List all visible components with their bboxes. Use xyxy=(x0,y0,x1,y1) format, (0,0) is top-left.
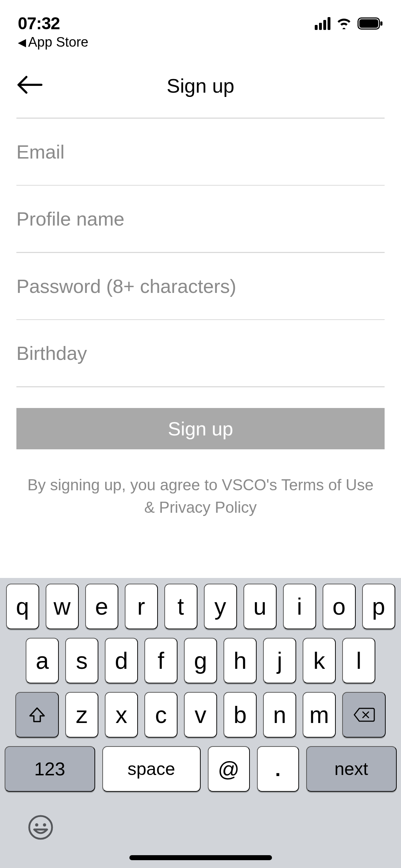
svg-point-4 xyxy=(35,823,38,827)
breadcrumb-caret-icon: ◀ xyxy=(18,37,26,48)
svg-rect-1 xyxy=(359,19,378,28)
keyboard-footer xyxy=(0,800,401,868)
at-key[interactable]: @ xyxy=(208,746,250,792)
status-bar: 07:32 ◀ App Store xyxy=(0,0,401,32)
key-o[interactable]: o xyxy=(323,584,356,629)
keyboard-row-3: z x c v b n m xyxy=(0,692,401,746)
legal-prefix: By signing up, you agree to VSCO's xyxy=(27,476,281,494)
svg-rect-2 xyxy=(380,21,382,26)
numbers-key[interactable]: 123 xyxy=(5,746,95,792)
key-f[interactable]: f xyxy=(144,638,178,683)
shift-icon xyxy=(28,706,46,724)
page-title: Sign up xyxy=(167,74,235,97)
cellular-icon xyxy=(315,17,330,30)
space-key[interactable]: space xyxy=(102,746,201,792)
key-z[interactable]: z xyxy=(65,692,98,738)
key-d[interactable]: d xyxy=(105,638,138,683)
key-l[interactable]: l xyxy=(342,638,375,683)
keyboard-row-4: 123 space @ . next xyxy=(0,746,401,800)
dot-key[interactable]: . xyxy=(257,746,299,792)
profile-name-field-row xyxy=(16,186,385,252)
key-e[interactable]: e xyxy=(85,584,118,629)
wifi-icon xyxy=(336,18,352,29)
key-p[interactable]: p xyxy=(362,584,395,629)
email-field-row xyxy=(16,119,385,185)
svg-point-3 xyxy=(29,816,52,839)
legal-amp: & xyxy=(144,498,159,516)
battery-icon xyxy=(358,17,383,30)
breadcrumb[interactable]: ◀ App Store xyxy=(18,35,88,50)
key-b[interactable]: b xyxy=(223,692,257,738)
status-time: 07:32 xyxy=(18,14,88,33)
home-indicator[interactable] xyxy=(129,855,272,860)
key-r[interactable]: r xyxy=(125,584,158,629)
signup-form: Sign up By signing up, you agree to VSCO… xyxy=(0,118,401,519)
profile-name-field[interactable] xyxy=(16,208,385,230)
key-n[interactable]: n xyxy=(263,692,296,738)
key-c[interactable]: c xyxy=(144,692,178,738)
divider xyxy=(16,386,385,387)
key-t[interactable]: t xyxy=(164,584,197,629)
status-right xyxy=(315,17,383,30)
key-q[interactable]: q xyxy=(6,584,39,629)
password-field-row xyxy=(16,253,385,319)
back-button[interactable] xyxy=(16,76,43,95)
next-key[interactable]: next xyxy=(306,746,397,792)
svg-point-5 xyxy=(43,823,46,827)
key-g[interactable]: g xyxy=(184,638,217,683)
birthday-field[interactable] xyxy=(16,342,385,364)
signup-button[interactable]: Sign up xyxy=(16,408,385,449)
emoji-icon xyxy=(28,815,53,840)
keyboard: q w e r t y u i o p a s d f g h j k l z … xyxy=(0,578,401,868)
email-field[interactable] xyxy=(16,141,385,163)
breadcrumb-label: App Store xyxy=(28,35,88,50)
key-v[interactable]: v xyxy=(184,692,217,738)
keyboard-row-2: a s d f g h j k l xyxy=(0,638,401,692)
emoji-button[interactable] xyxy=(28,815,53,842)
arrow-left-icon xyxy=(16,76,43,94)
terms-link[interactable]: Terms of Use xyxy=(281,476,374,494)
key-s[interactable]: s xyxy=(65,638,98,683)
backspace-icon xyxy=(353,707,375,723)
navbar: Sign up xyxy=(0,53,401,118)
key-j[interactable]: j xyxy=(263,638,296,683)
key-h[interactable]: h xyxy=(223,638,257,683)
keyboard-row-1: q w e r t y u i o p xyxy=(0,584,401,638)
key-y[interactable]: y xyxy=(204,584,237,629)
shift-key[interactable] xyxy=(15,692,59,738)
key-a[interactable]: a xyxy=(26,638,59,683)
key-w[interactable]: w xyxy=(46,584,79,629)
backspace-key[interactable] xyxy=(342,692,386,738)
key-i[interactable]: i xyxy=(283,584,316,629)
password-field[interactable] xyxy=(16,275,385,297)
key-m[interactable]: m xyxy=(303,692,336,738)
privacy-link[interactable]: Privacy Policy xyxy=(159,498,257,516)
status-left: 07:32 ◀ App Store xyxy=(18,14,88,50)
key-k[interactable]: k xyxy=(303,638,336,683)
birthday-field-row xyxy=(16,320,385,386)
legal-text: By signing up, you agree to VSCO's Terms… xyxy=(16,474,385,519)
key-u[interactable]: u xyxy=(243,584,277,629)
key-x[interactable]: x xyxy=(105,692,138,738)
